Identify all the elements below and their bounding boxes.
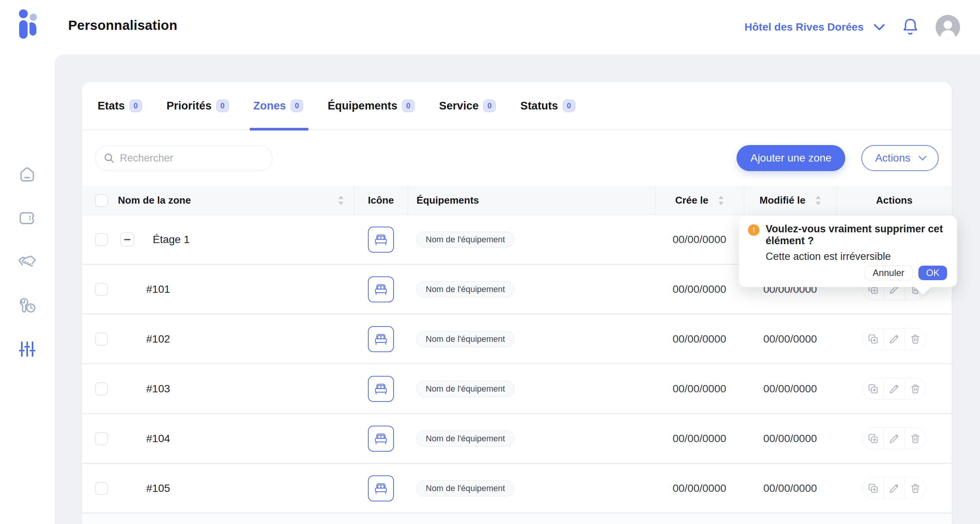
zone-name: #101 xyxy=(146,283,170,295)
equipment-chip: Nom de l'équipement xyxy=(416,232,514,248)
trash-icon xyxy=(910,383,921,395)
search-input[interactable] xyxy=(120,152,265,164)
hotel-selector[interactable]: Hôtel des Rives Dorées xyxy=(745,21,885,33)
row-checkbox[interactable] xyxy=(95,333,108,346)
duplicate-icon xyxy=(867,333,879,345)
edit-button[interactable] xyxy=(884,478,905,499)
search-icon xyxy=(103,152,115,164)
column-header-name[interactable]: Nom de la zone xyxy=(118,194,191,206)
created-date: 00/00/0000 xyxy=(655,414,744,463)
equipment-chip: Nom de l'équipement xyxy=(416,480,514,496)
tab-service[interactable]: Service 0 xyxy=(439,82,496,130)
bed-icon xyxy=(372,331,390,347)
edit-pencil-icon xyxy=(889,333,900,345)
bed-icon xyxy=(372,480,390,496)
modified-date: 00/00/0000 xyxy=(744,364,836,413)
sidebar-item-personnalisation[interactable] xyxy=(16,338,39,361)
app-logo-icon[interactable] xyxy=(18,8,42,41)
zone-icon-button[interactable] xyxy=(368,376,394,402)
notifications-button[interactable] xyxy=(901,17,920,37)
row-checkbox[interactable] xyxy=(95,382,108,395)
add-zone-button[interactable]: Ajouter une zone xyxy=(737,145,845,171)
sort-icon[interactable] xyxy=(815,196,821,205)
sort-icon[interactable] xyxy=(718,196,724,205)
cancel-button[interactable]: Annuler xyxy=(864,266,913,280)
bed-icon xyxy=(372,431,390,447)
column-header-modified[interactable]: Modifié le xyxy=(760,194,805,206)
chevron-down-icon xyxy=(918,155,927,161)
sort-icon[interactable] xyxy=(338,196,344,205)
topbar: Personnalisation Hôtel des Rives Dorées xyxy=(0,0,980,54)
tab-count-badge: 0 xyxy=(216,100,229,112)
column-header-created[interactable]: Crée le xyxy=(675,194,709,206)
edit-button[interactable] xyxy=(884,328,905,349)
zone-name: #102 xyxy=(146,333,170,345)
equipment-chip: Nom de l'équipement xyxy=(416,331,514,347)
duplicate-button[interactable] xyxy=(863,378,884,399)
delete-button[interactable] xyxy=(905,478,926,499)
bed-icon xyxy=(372,232,390,248)
tab-statuts[interactable]: Statuts 0 xyxy=(520,82,575,130)
delete-button[interactable] xyxy=(905,428,926,449)
tab-count-badge: 0 xyxy=(129,100,142,112)
modified-date: 00/00/0000 xyxy=(744,414,836,463)
ok-button[interactable]: OK xyxy=(918,266,947,280)
select-all-checkbox[interactable] xyxy=(95,194,108,207)
sidebar-item-home[interactable] xyxy=(16,163,39,186)
delete-button[interactable] xyxy=(905,378,926,399)
zone-icon-button[interactable] xyxy=(368,426,394,452)
edit-button[interactable] xyxy=(884,428,905,449)
tab-count-badge: 0 xyxy=(402,100,415,112)
table-row: #103 Nom de l'équip xyxy=(82,364,952,414)
edit-button[interactable] xyxy=(884,378,905,399)
row-checkbox[interactable] xyxy=(95,233,108,246)
zone-name: #103 xyxy=(146,383,170,395)
collapse-row-button[interactable] xyxy=(120,232,134,246)
handshake-icon xyxy=(17,252,38,273)
equipment-chip: Nom de l'équipement xyxy=(416,281,514,297)
row-checkbox[interactable] xyxy=(95,482,108,495)
tab-priorites[interactable]: Priorités 0 xyxy=(167,82,229,130)
trash-icon xyxy=(910,333,921,345)
search-box[interactable] xyxy=(95,145,273,171)
personnalisation-card: Etats 0 Priorités 0 Zones 0 Équipements … xyxy=(82,82,952,524)
table-toolbar: Ajouter une zone Actions xyxy=(82,130,952,186)
zone-icon-button[interactable] xyxy=(368,475,394,501)
page-title: Personnalisation xyxy=(68,18,177,33)
sidebar-item-room-card[interactable] xyxy=(16,207,39,230)
duplicate-button[interactable] xyxy=(863,328,884,349)
trash-icon xyxy=(910,483,921,494)
tab-count-badge: 0 xyxy=(291,100,303,112)
bell-icon xyxy=(901,33,920,38)
created-date: 00/00/0000 xyxy=(655,215,744,264)
tab-zones[interactable]: Zones 0 xyxy=(253,82,303,130)
tab-equipements[interactable]: Équipements 0 xyxy=(328,82,415,130)
tab-bar: Etats 0 Priorités 0 Zones 0 Équipements … xyxy=(82,82,952,130)
table-row: #104 Nom de l'équip xyxy=(82,414,952,464)
popover-arrow xyxy=(914,286,932,295)
duplicate-button[interactable] xyxy=(863,428,884,449)
modified-date: 00/00/0000 xyxy=(744,464,836,513)
row-checkbox[interactable] xyxy=(95,283,108,296)
tab-etats[interactable]: Etats 0 xyxy=(98,82,142,130)
zone-icon-button[interactable] xyxy=(368,227,394,253)
edit-pencil-icon xyxy=(889,383,900,395)
actions-dropdown-button[interactable]: Actions xyxy=(861,145,939,171)
edit-pencil-icon xyxy=(889,483,900,494)
content-area: Etats 0 Priorités 0 Zones 0 Équipements … xyxy=(54,54,980,524)
sidebar-item-partners[interactable] xyxy=(16,251,39,274)
tab-count-badge: 0 xyxy=(483,100,496,112)
delete-button[interactable] xyxy=(905,328,926,349)
bed-icon xyxy=(372,281,390,297)
zone-icon-button[interactable] xyxy=(368,326,394,352)
duplicate-button[interactable] xyxy=(863,478,884,499)
trash-icon xyxy=(910,433,921,444)
zone-name: Étage 1 xyxy=(153,233,190,246)
row-checkbox[interactable] xyxy=(95,432,108,445)
zone-icon-button[interactable] xyxy=(368,276,394,302)
duplicate-icon xyxy=(867,483,879,494)
equipment-chip: Nom de l'équipement xyxy=(416,431,514,447)
sidebar-item-maintenance[interactable] xyxy=(16,294,39,317)
column-header-equipments: Équipements xyxy=(416,194,479,206)
avatar[interactable] xyxy=(936,15,960,39)
